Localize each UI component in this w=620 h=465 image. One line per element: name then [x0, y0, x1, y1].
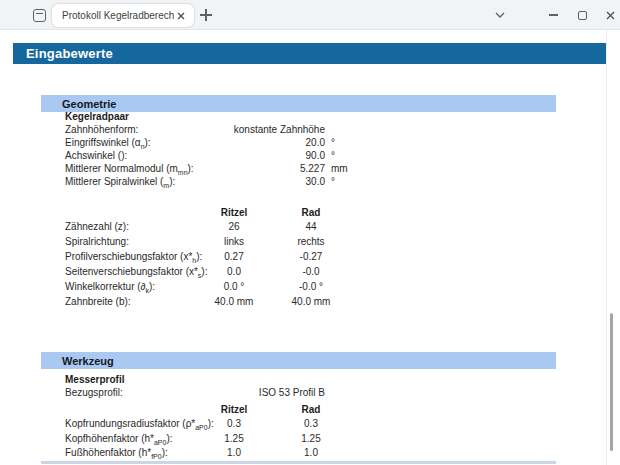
new-tab-icon[interactable]	[200, 9, 212, 21]
row-value: ISO 53 Profil B	[215, 387, 325, 398]
col-header-ritzel: Ritzel	[196, 207, 272, 218]
section-header-geometrie: Geometrie	[41, 95, 556, 112]
cell-ritzel: 1.0	[196, 447, 272, 458]
report-row: Achswinkel (): 90.0 °	[65, 150, 367, 161]
cell-ritzel: 1.25	[196, 433, 272, 444]
cell-ritzel: 0.0	[196, 266, 272, 277]
scrollbar-thumb[interactable]	[610, 313, 613, 451]
table-row: Zähnezahl (z): 26 44	[65, 221, 355, 232]
browser-tab[interactable]: Protokoll Kegelradberechnung ISO 2	[52, 4, 194, 27]
table-row: Profilverschiebungsfaktor (x*h): 0.27 -0…	[65, 251, 355, 262]
tab-close-icon[interactable]	[174, 9, 188, 23]
cell-ritzel: links	[196, 236, 272, 247]
col-header-rad: Rad	[272, 207, 350, 218]
cell-ritzel: 0.3	[196, 418, 272, 429]
section-header-werkzeug: Werkzeug	[41, 352, 556, 369]
table-row: Kopfrundungsradiusfaktor (ρ*aP0): 0.3 0.…	[65, 418, 355, 429]
window-close-icon[interactable]	[602, 7, 618, 23]
cell-rad: rechts	[272, 236, 350, 247]
next-section-edge	[41, 461, 556, 464]
cell-rad: -0.0	[272, 266, 350, 277]
row-value: 5.227	[215, 163, 325, 174]
maximize-icon[interactable]	[574, 7, 590, 23]
table-header-row: Ritzel Rad	[65, 207, 355, 218]
row-unit: mm	[325, 163, 361, 174]
cell-ritzel: 0.27	[196, 251, 272, 262]
report-page: Eingabewerte Geometrie Kegelradpaar Zahn…	[0, 30, 620, 465]
cell-rad: 1.25	[272, 433, 350, 444]
subsection-kegelradpaar: Kegelradpaar	[65, 111, 129, 122]
cell-rad: 40.0 mm	[272, 296, 350, 307]
row-unit: °	[325, 137, 361, 148]
browser-tab-bar: Protokoll Kegelradberechnung ISO 2	[0, 0, 620, 30]
row-value: konstante Zahnhöhe	[215, 124, 325, 135]
table-header-row: Ritzel Rad	[65, 404, 355, 415]
report-row: Mittlerer Spiralwinkel (m): 30.0 °	[65, 176, 367, 187]
cell-rad: 0.3	[272, 418, 350, 429]
cell-rad: -0.27	[272, 251, 350, 262]
minimize-icon[interactable]	[545, 7, 561, 23]
table-row: Spiralrichtung: links rechts	[65, 236, 355, 247]
report-row: Bezugsprofil: ISO 53 Profil B	[65, 387, 367, 398]
page-title: Eingabewerte	[13, 43, 607, 64]
report-row: Mittlerer Normalmodul (mmn): 5.227 mm	[65, 163, 367, 174]
cell-ritzel: 26	[196, 221, 272, 232]
row-value: 20.0	[215, 137, 325, 148]
table-row: Seitenverschiebungsfaktor (x*s): 0.0 -0.…	[65, 266, 355, 277]
table-row: Zahnbreite (b): 40.0 mm 40.0 mm	[65, 296, 355, 307]
cell-rad: -0.0 °	[272, 281, 350, 292]
tab-actions-icon-bar	[36, 13, 43, 14]
chevron-down-icon[interactable]	[492, 7, 508, 23]
subsection-messerprofil: Messerprofil	[65, 374, 124, 385]
col-header-ritzel: Ritzel	[196, 404, 272, 415]
cell-rad: 44	[272, 221, 350, 232]
row-value: 90.0	[215, 150, 325, 161]
table-row: Kopfhöhenfaktor (h*aP0): 1.25 1.25	[65, 433, 355, 444]
row-unit	[325, 124, 361, 135]
cell-rad: 1.0	[272, 447, 350, 458]
row-unit: °	[325, 150, 361, 161]
report-row: Zahnhöhenform: konstante Zahnhöhe	[65, 124, 367, 135]
col-header-rad: Rad	[272, 404, 350, 415]
cell-ritzel: 0.0 °	[196, 281, 272, 292]
table-row: Fußhöhenfaktor (h*fP0): 1.0 1.0	[65, 447, 355, 458]
page-edge-line	[606, 30, 607, 465]
row-unit	[325, 387, 361, 398]
row-value: 30.0	[215, 176, 325, 187]
tab-title: Protokoll Kegelradberechnung ISO 2	[62, 10, 174, 21]
cell-ritzel: 40.0 mm	[196, 296, 272, 307]
table-row: Winkelkorrektur (∂k): 0.0 ° -0.0 °	[65, 281, 355, 292]
tab-actions-icon[interactable]	[33, 9, 46, 22]
row-unit: °	[325, 176, 361, 187]
report-row: Eingriffswinkel (αn): 20.0 °	[65, 137, 367, 148]
